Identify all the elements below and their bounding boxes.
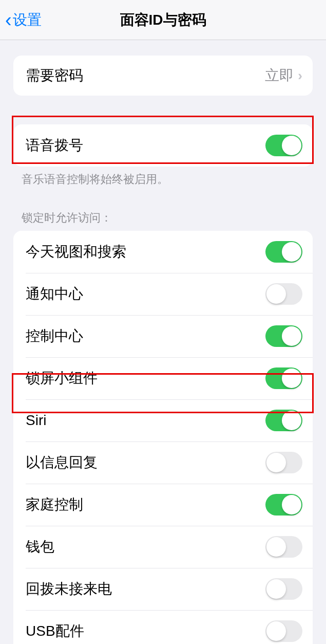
locked-access-row: 今天视图和搜索 (13, 231, 313, 273)
locked-access-item-label: 控制中心 (26, 326, 83, 346)
locked-access-item-label: 今天视图和搜索 (26, 242, 126, 262)
page-title: 面容ID与密码 (0, 10, 326, 30)
voice-dial-footer: 音乐语音控制将始终被启用。 (0, 167, 326, 193)
locked-access-header: 锁定时允许访问： (0, 207, 326, 231)
locked-access-row: USB配件 (13, 610, 313, 644)
back-button[interactable]: ‹ 设置 (5, 10, 42, 30)
locked-access-toggle[interactable] (265, 536, 302, 558)
navigation-bar: ‹ 设置 面容ID与密码 (0, 0, 326, 40)
locked-access-item-label: 钱包 (26, 537, 54, 557)
voice-dial-row: 语音拨号 (13, 124, 313, 167)
locked-access-row: 通知中心 (13, 273, 313, 315)
require-passcode-row[interactable]: 需要密码 立即 › (13, 56, 313, 96)
locked-access-item-label: 家庭控制 (26, 495, 83, 514)
locked-access-row: 回拨未接来电 (13, 568, 313, 610)
locked-access-toggle[interactable] (265, 367, 302, 389)
locked-access-row: 控制中心 (13, 315, 313, 357)
locked-access-toggle[interactable] (265, 283, 302, 305)
locked-access-item-label: 回拨未接来电 (26, 579, 112, 599)
back-label: 设置 (13, 10, 42, 30)
locked-access-toggle[interactable] (265, 494, 302, 516)
locked-access-item-label: Siri (26, 412, 46, 429)
voice-dial-group: 语音拨号 (13, 124, 313, 167)
locked-access-toggle[interactable] (265, 452, 302, 473)
locked-access-toggle[interactable] (265, 620, 302, 642)
locked-access-row: 锁屏小组件 (13, 357, 313, 399)
locked-access-toggle[interactable] (265, 578, 302, 600)
chevron-right-icon: › (298, 68, 302, 84)
voice-dial-label: 语音拨号 (26, 136, 83, 155)
locked-access-group: 今天视图和搜索通知中心控制中心锁屏小组件Siri以信息回复家庭控制钱包回拨未接来… (13, 231, 313, 644)
locked-access-item-label: USB配件 (26, 621, 84, 641)
locked-access-toggle[interactable] (265, 325, 302, 347)
locked-access-toggle[interactable] (265, 410, 302, 431)
locked-access-row: 家庭控制 (13, 484, 313, 526)
require-passcode-value: 立即 › (265, 66, 302, 85)
locked-access-item-label: 锁屏小组件 (26, 369, 98, 388)
locked-access-item-label: 以信息回复 (26, 453, 98, 472)
chevron-left-icon: ‹ (5, 10, 12, 30)
locked-access-toggle[interactable] (265, 241, 302, 263)
require-passcode-label: 需要密码 (26, 66, 83, 85)
locked-access-item-label: 通知中心 (26, 284, 83, 304)
locked-access-row: 钱包 (13, 526, 313, 568)
locked-access-row: Siri (13, 399, 313, 441)
passcode-group: 需要密码 立即 › (13, 56, 313, 96)
voice-dial-toggle[interactable] (265, 135, 302, 156)
locked-access-row: 以信息回复 (13, 441, 313, 484)
